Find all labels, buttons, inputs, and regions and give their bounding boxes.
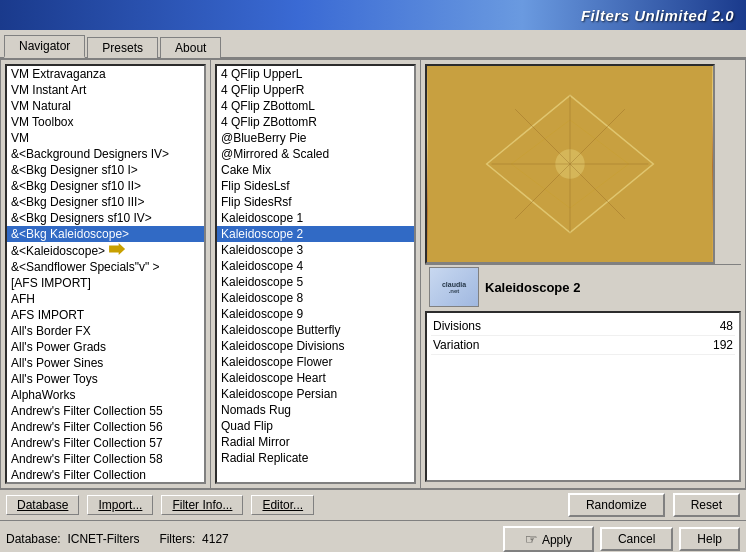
category-list-item[interactable]: All's Power Toys <box>7 371 204 387</box>
category-list-item[interactable]: Andrew's Filter Collection 57 <box>7 435 204 451</box>
left-panel: VM ExtravaganzaVM Instant ArtVM NaturalV… <box>1 60 211 488</box>
randomize-button[interactable]: Randomize <box>568 493 665 517</box>
filter-list-item[interactable]: Quad Flip <box>217 418 414 434</box>
right-panel: claudia .net Kaleidoscope 2 Divisions48V… <box>421 60 745 488</box>
category-list-item[interactable]: All's Power Grads <box>7 339 204 355</box>
main-content: VM ExtravaganzaVM Instant ArtVM NaturalV… <box>0 59 746 489</box>
category-list-item[interactable]: Andrew's Filter Collection 55 <box>7 403 204 419</box>
param-value: 192 <box>713 338 733 352</box>
filter-info-button[interactable]: Filter Info... <box>161 495 243 515</box>
category-list-item[interactable]: AFH <box>7 291 204 307</box>
category-list-item[interactable]: VM Toolbox <box>7 114 204 130</box>
kaleidoscope-preview <box>427 66 713 262</box>
database-button[interactable]: Database <box>6 495 79 515</box>
filter-list-item[interactable]: Kaleidoscope Butterfly <box>217 322 414 338</box>
filter-list-item[interactable]: Kaleidoscope Persian <box>217 386 414 402</box>
param-label: Divisions <box>433 319 481 333</box>
category-list-item[interactable]: VM <box>7 130 204 146</box>
filter-list-item[interactable]: Kaleidoscope 3 <box>217 242 414 258</box>
filter-list-item[interactable]: 4 QFlip ZBottomL <box>217 98 414 114</box>
toolbar-bottom: Database Import... Filter Info... Editor… <box>0 489 746 520</box>
claudia-logo: claudia .net <box>429 267 479 307</box>
filter-list-item[interactable]: 4 QFlip UpperR <box>217 82 414 98</box>
filter-list-item[interactable]: Kaleidoscope 2 <box>217 226 414 242</box>
category-list-item[interactable]: &<Kaleidoscope> <box>7 242 204 259</box>
filter-list-item[interactable]: Kaleidoscope 1 <box>217 210 414 226</box>
filter-list-item[interactable]: Kaleidoscope 9 <box>217 306 414 322</box>
param-label: Variation <box>433 338 479 352</box>
filter-list-item[interactable]: Kaleidoscope Divisions <box>217 338 414 354</box>
category-list-item[interactable]: &<Bkg Kaleidoscope> <box>7 226 204 242</box>
category-list-item[interactable]: &<Bkg Designer sf10 III> <box>7 194 204 210</box>
category-list-item[interactable]: &<Background Designers IV> <box>7 146 204 162</box>
tab-bar: Navigator Presets About <box>0 30 746 59</box>
tab-navigator[interactable]: Navigator <box>4 35 85 58</box>
filter-list-item[interactable]: Kaleidoscope Flower <box>217 354 414 370</box>
category-list-item[interactable]: AFS IMPORT <box>7 307 204 323</box>
filter-list-item[interactable]: 4 QFlip ZBottomR <box>217 114 414 130</box>
category-list-item[interactable]: &<Bkg Designer sf10 I> <box>7 162 204 178</box>
bottom-bar: Database: ICNET-Filters Filters: 4127 ☞A… <box>0 520 746 552</box>
middle-panel: 4 QFlip UpperL4 QFlip UpperR4 QFlip ZBot… <box>211 60 421 488</box>
apply-button[interactable]: ☞Apply <box>503 526 594 552</box>
cancel-button[interactable]: Cancel <box>600 527 673 551</box>
help-button[interactable]: Help <box>679 527 740 551</box>
param-value: 48 <box>720 319 733 333</box>
filter-list-item[interactable]: @BlueBerry Pie <box>217 130 414 146</box>
filter-list-item[interactable]: Kaleidoscope 5 <box>217 274 414 290</box>
filter-list-item[interactable]: Flip SidesRsf <box>217 194 414 210</box>
filters-label: Filters: 4127 <box>159 532 228 546</box>
tab-about[interactable]: About <box>160 37 221 58</box>
filter-info-bar: claudia .net Kaleidoscope 2 <box>425 264 741 309</box>
filter-list-item[interactable]: Kaleidoscope 8 <box>217 290 414 306</box>
category-list[interactable]: VM ExtravaganzaVM Instant ArtVM NaturalV… <box>5 64 206 484</box>
category-list-item[interactable]: All's Border FX <box>7 323 204 339</box>
filter-list-item[interactable]: Kaleidoscope 4 <box>217 258 414 274</box>
category-list-item[interactable]: [AFS IMPORT] <box>7 275 204 291</box>
params-area: Divisions48Variation192 <box>425 311 741 482</box>
editor-button[interactable]: Editor... <box>251 495 314 515</box>
filter-list-item[interactable]: @Mirrored & Scaled <box>217 146 414 162</box>
category-list-item[interactable]: &<Bkg Designer sf10 II> <box>7 178 204 194</box>
filter-list[interactable]: 4 QFlip UpperL4 QFlip UpperR4 QFlip ZBot… <box>215 64 416 484</box>
category-list-item[interactable]: AlphaWorks <box>7 387 204 403</box>
category-list-item[interactable]: VM Instant Art <box>7 82 204 98</box>
filter-list-item[interactable]: 4 QFlip UpperL <box>217 66 414 82</box>
category-list-item[interactable]: &<Sandflower Specials"v" > <box>7 259 204 275</box>
preview-image <box>425 64 715 264</box>
param-row: Variation192 <box>431 336 735 355</box>
filter-list-item[interactable]: Nomads Rug <box>217 402 414 418</box>
arrow-icon <box>109 243 125 255</box>
category-list-item[interactable]: Andrew's Filter Collection 56 <box>7 419 204 435</box>
category-list-item[interactable]: VM Extravaganza <box>7 66 204 82</box>
title-bar: Filters Unlimited 2.0 <box>0 0 746 30</box>
hand-icon: ☞ <box>525 531 538 547</box>
filter-list-item[interactable]: Cake Mix <box>217 162 414 178</box>
param-row: Divisions48 <box>431 317 735 336</box>
filter-list-item[interactable]: Radial Replicate <box>217 450 414 466</box>
import-button[interactable]: Import... <box>87 495 153 515</box>
filter-list-item[interactable]: Kaleidoscope Heart <box>217 370 414 386</box>
reset-button[interactable]: Reset <box>673 493 740 517</box>
category-list-item[interactable]: All's Power Sines <box>7 355 204 371</box>
category-list-item[interactable]: Andrew's Filter Collection <box>7 467 204 483</box>
filter-list-item[interactable]: Flip SidesLsf <box>217 178 414 194</box>
filter-list-item[interactable]: Radial Mirror <box>217 434 414 450</box>
category-list-item[interactable]: &<Bkg Designers sf10 IV> <box>7 210 204 226</box>
database-label: Database: ICNET-Filters <box>6 532 139 546</box>
filter-name: Kaleidoscope 2 <box>485 280 737 295</box>
app-title: Filters Unlimited 2.0 <box>581 7 734 24</box>
category-list-item[interactable]: VM Natural <box>7 98 204 114</box>
category-list-item[interactable]: Andrew's Filter Collection 58 <box>7 451 204 467</box>
tab-presets[interactable]: Presets <box>87 37 158 58</box>
